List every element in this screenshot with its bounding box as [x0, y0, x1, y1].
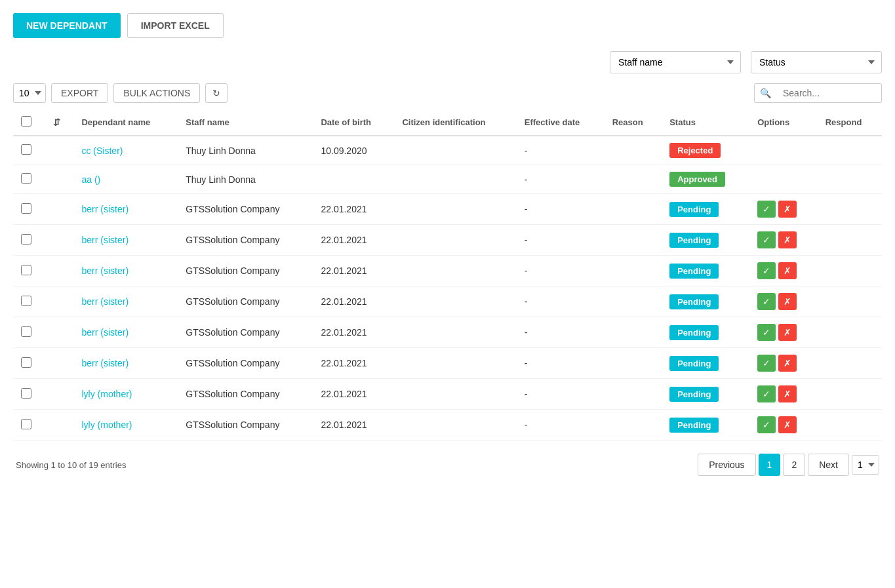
row-reason-cell: [605, 410, 662, 441]
row-dob-cell: 22.01.2021: [313, 379, 394, 410]
row-checkbox-cell: [13, 317, 45, 348]
row-dep-name-cell: berr (sister): [73, 256, 178, 286]
reject-button[interactable]: ✗: [778, 262, 797, 279]
staff-name-filter[interactable]: Staff name: [610, 51, 741, 73]
dep-name-link[interactable]: lyly (mother): [81, 420, 132, 430]
reject-button[interactable]: ✗: [778, 416, 797, 433]
options-cell: [749, 165, 818, 194]
sort-icon: ⇵: [53, 117, 60, 127]
row-checkbox-cell: [13, 410, 45, 441]
row-dob-cell: 22.01.2021: [313, 317, 394, 348]
search-icon: 🔍: [755, 84, 776, 102]
export-button[interactable]: EXPORT: [51, 83, 108, 103]
page-jump-select[interactable]: 1 2: [852, 455, 879, 475]
import-excel-button[interactable]: IMPORT EXCEL: [127, 13, 224, 38]
bulk-actions-button[interactable]: BULK ACTIONS: [113, 83, 200, 103]
approve-button[interactable]: ✓: [757, 201, 776, 218]
dep-name-link[interactable]: cc (Sister): [81, 146, 123, 156]
row-citizen-id-cell: [394, 410, 516, 441]
search-wrapper: 🔍: [754, 83, 882, 103]
approve-button[interactable]: ✓: [757, 293, 776, 310]
row-sort-cell: [45, 379, 73, 410]
approve-button[interactable]: ✓: [757, 355, 776, 372]
row-dep-name-cell: cc (Sister): [73, 136, 178, 165]
row-checkbox[interactable]: [21, 388, 31, 399]
row-status-cell: Pending: [662, 225, 749, 256]
approve-button[interactable]: ✓: [757, 324, 776, 341]
dep-name-link[interactable]: berr (sister): [81, 296, 129, 307]
row-sort-cell: [45, 136, 73, 165]
row-reason-cell: [605, 286, 662, 317]
row-dob-cell: 22.01.2021: [313, 194, 394, 225]
approve-button[interactable]: ✓: [757, 385, 776, 402]
row-dob-cell: 22.01.2021: [313, 256, 394, 286]
row-respond-cell: [818, 225, 882, 256]
options-cell: ✓ ✗: [749, 256, 818, 286]
row-citizen-id-cell: [394, 256, 516, 286]
select-all-checkbox[interactable]: [21, 116, 31, 127]
dep-name-link[interactable]: berr (sister): [81, 235, 129, 245]
dep-name-link[interactable]: aa (): [81, 174, 100, 185]
per-page-select[interactable]: 10: [13, 83, 46, 103]
prev-button[interactable]: Previous: [698, 454, 755, 476]
page-1-button[interactable]: 1: [759, 454, 781, 476]
row-checkbox[interactable]: [21, 144, 31, 155]
dep-name-link[interactable]: berr (sister): [81, 327, 129, 338]
row-checkbox-cell: [13, 379, 45, 410]
showing-text: Showing 1 to 10 of 19 entries: [16, 460, 126, 470]
search-input[interactable]: [776, 84, 881, 102]
reject-button[interactable]: ✗: [778, 293, 797, 310]
dep-name-link[interactable]: berr (sister): [81, 265, 129, 276]
row-respond-cell: [818, 317, 882, 348]
col-staff-name: Staff name: [178, 109, 313, 136]
row-citizen-id-cell: [394, 225, 516, 256]
row-eff-date-cell: -: [517, 348, 605, 379]
row-staff-name-cell: GTSSolution Company: [178, 256, 313, 286]
status-filter[interactable]: Status: [751, 51, 882, 73]
row-sort-cell: [45, 225, 73, 256]
dep-name-link[interactable]: berr (sister): [81, 358, 129, 368]
row-checkbox[interactable]: [21, 419, 31, 429]
new-dependant-button[interactable]: NEW DEPENDANT: [13, 13, 121, 38]
row-checkbox[interactable]: [21, 203, 31, 214]
approve-button[interactable]: ✓: [757, 416, 776, 433]
refresh-button[interactable]: ↻: [205, 83, 228, 103]
reject-button[interactable]: ✗: [778, 324, 797, 341]
dep-name-link[interactable]: berr (sister): [81, 204, 129, 214]
row-reason-cell: [605, 194, 662, 225]
col-dob: Date of birth: [313, 109, 394, 136]
row-citizen-id-cell: [394, 136, 516, 165]
table-row: berr (sister) GTSSolution Company 22.01.…: [13, 256, 882, 286]
row-respond-cell: [818, 286, 882, 317]
row-eff-date-cell: -: [517, 225, 605, 256]
row-checkbox[interactable]: [21, 234, 31, 245]
row-checkbox[interactable]: [21, 326, 31, 337]
status-badge: Pending: [669, 356, 719, 371]
row-staff-name-cell: Thuy Linh Donna: [178, 165, 313, 194]
dep-name-link[interactable]: lyly (mother): [81, 389, 132, 399]
row-checkbox[interactable]: [21, 265, 31, 275]
reject-button[interactable]: ✗: [778, 231, 797, 248]
toolbar-row: 10 EXPORT BULK ACTIONS ↻ 🔍: [13, 83, 882, 103]
next-button[interactable]: Next: [808, 454, 849, 476]
row-checkbox[interactable]: [21, 357, 31, 368]
row-eff-date-cell: -: [517, 410, 605, 441]
row-checkbox[interactable]: [21, 173, 31, 184]
approve-button[interactable]: ✓: [757, 262, 776, 279]
row-reason-cell: [605, 317, 662, 348]
table-row: berr (sister) GTSSolution Company 22.01.…: [13, 225, 882, 256]
reject-button[interactable]: ✗: [778, 355, 797, 372]
row-citizen-id-cell: [394, 286, 516, 317]
row-staff-name-cell: GTSSolution Company: [178, 286, 313, 317]
reject-button[interactable]: ✗: [778, 385, 797, 402]
row-eff-date-cell: -: [517, 379, 605, 410]
options-cell: [749, 136, 818, 165]
row-reason-cell: [605, 379, 662, 410]
approve-button[interactable]: ✓: [757, 231, 776, 248]
row-checkbox[interactable]: [21, 296, 31, 306]
status-badge: Pending: [669, 264, 719, 279]
filter-row: Staff name Status: [13, 51, 882, 73]
page-2-button[interactable]: 2: [783, 454, 805, 476]
reject-button[interactable]: ✗: [778, 201, 797, 218]
row-citizen-id-cell: [394, 165, 516, 194]
